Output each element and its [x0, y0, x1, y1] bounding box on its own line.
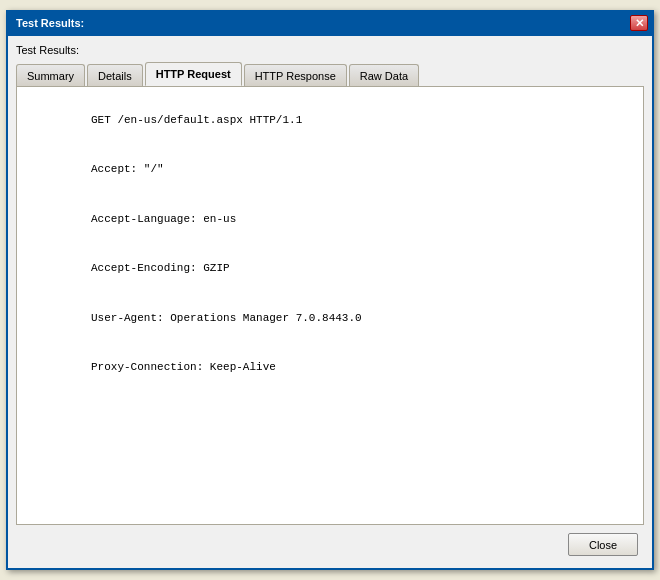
- content-scroll[interactable]: GET /en-us/default.aspx HTTP/1.1 Accept:…: [17, 87, 643, 524]
- tab-summary[interactable]: Summary: [16, 64, 85, 86]
- tab-http-response[interactable]: HTTP Response: [244, 64, 347, 86]
- tab-details[interactable]: Details: [87, 64, 143, 86]
- title-bar-text: Test Results:: [16, 17, 84, 29]
- dialog-footer: Close: [16, 525, 644, 560]
- http-line-6: Proxy-Connection: Keep-Alive: [91, 361, 276, 373]
- test-results-dialog: Test Results: ✕ Test Results: Summary De…: [6, 10, 654, 570]
- dialog-inner: Test Results: Summary Details HTTP Reque…: [8, 36, 652, 568]
- title-bar: Test Results: ✕: [8, 12, 652, 34]
- tab-bar: Summary Details HTTP Request HTTP Respon…: [16, 62, 644, 86]
- http-line-1: GET /en-us/default.aspx HTTP/1.1: [91, 114, 302, 126]
- http-line-4: Accept-Encoding: GZIP: [91, 262, 230, 274]
- tab-raw-data[interactable]: Raw Data: [349, 64, 419, 86]
- close-button[interactable]: Close: [568, 533, 638, 556]
- http-line-3: Accept-Language: en-us: [91, 213, 236, 225]
- http-request-content: GET /en-us/default.aspx HTTP/1.1 Accept:…: [25, 95, 635, 392]
- dialog-label: Test Results:: [16, 44, 644, 56]
- tab-content-area: GET /en-us/default.aspx HTTP/1.1 Accept:…: [16, 86, 644, 525]
- http-line-5: User-Agent: Operations Manager 7.0.8443.…: [91, 312, 362, 324]
- tab-http-request[interactable]: HTTP Request: [145, 62, 242, 86]
- http-line-2: Accept: "/": [91, 163, 164, 175]
- title-bar-close-button[interactable]: ✕: [630, 15, 648, 31]
